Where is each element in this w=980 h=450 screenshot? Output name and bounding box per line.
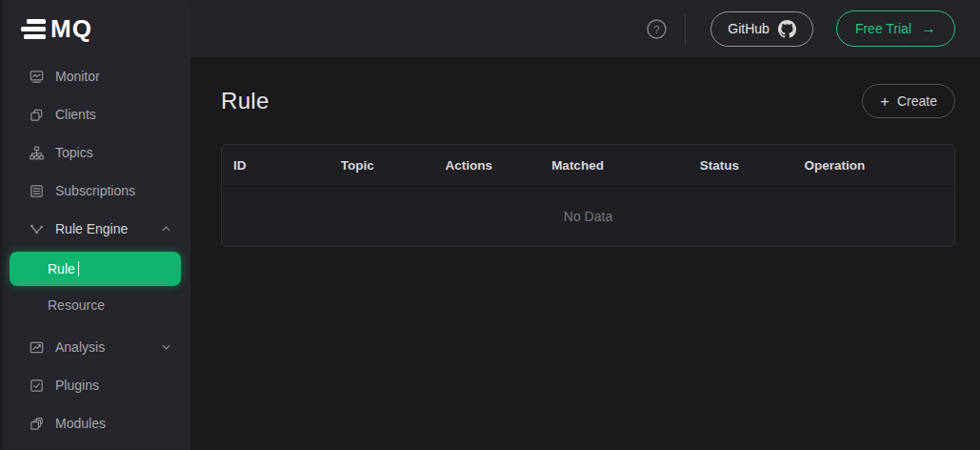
emqx-dashboard: MQ Monitor Clients Topics	[0, 0, 980, 450]
modules-icon	[29, 416, 45, 432]
sidebar-item-rule[interactable]: Rule	[10, 252, 181, 286]
text-cursor	[78, 261, 80, 276]
sidebar-item-label: Clients	[55, 107, 96, 122]
sidebar-item-plugins[interactable]: Plugins	[0, 366, 190, 404]
sidebar-item-resource[interactable]: Resource	[0, 286, 190, 324]
sidebar-item-label: Topics	[55, 145, 93, 160]
page-header: Rule + Create	[190, 57, 980, 118]
sidebar-item-label: Subscriptions	[55, 183, 135, 198]
chevron-up-icon	[161, 224, 171, 235]
sidebar: MQ Monitor Clients Topics	[0, 0, 190, 450]
sidebar-item-label: Rule Engine	[55, 221, 128, 236]
arrow-right-icon: →	[921, 21, 936, 36]
emq-logo-mark	[21, 17, 46, 40]
create-button[interactable]: + Create	[862, 84, 955, 118]
sidebar-item-rule-engine[interactable]: Rule Engine	[0, 210, 190, 248]
topbar: ? GitHub Free Trial →	[190, 0, 980, 57]
help-icon[interactable]: ?	[646, 18, 668, 40]
monitor-icon	[29, 69, 45, 85]
sidebar-item-label: Modules	[55, 416, 106, 431]
sidebar-item-label: Rule	[48, 261, 75, 276]
sidebar-item-subscriptions[interactable]: Subscriptions	[0, 172, 190, 210]
column-header-status: Status	[689, 158, 793, 173]
sidebar-nav: Monitor Clients Topics Subscriptions	[0, 57, 190, 442]
sidebar-item-topics[interactable]: Topics	[0, 133, 190, 172]
sidebar-item-monitor[interactable]: Monitor	[0, 57, 190, 95]
free-trial-button[interactable]: Free Trial →	[836, 10, 955, 47]
page-title: Rule	[221, 88, 270, 114]
github-button[interactable]: GitHub	[710, 11, 813, 47]
sidebar-item-label: Analysis	[55, 339, 105, 355]
github-icon	[778, 20, 796, 38]
emq-logo-text: MQ	[50, 16, 92, 41]
sidebar-item-label: Resource	[48, 297, 105, 313]
main-content: Rule + Create ID Topic Actions Matched S…	[190, 57, 980, 450]
sidebar-item-label: Plugins	[55, 378, 99, 393]
free-trial-label: Free Trial	[855, 21, 911, 36]
sidebar-item-analysis[interactable]: Analysis	[0, 328, 190, 366]
analysis-icon	[29, 339, 45, 356]
subscriptions-icon	[29, 183, 45, 199]
column-header-operation: Operation	[792, 158, 954, 173]
svg-text:?: ?	[654, 23, 660, 34]
column-header-id: ID	[222, 158, 330, 173]
create-button-label: Create	[897, 93, 937, 109]
topbar-divider	[685, 13, 686, 45]
sidebar-item-modules[interactable]: Modules	[0, 404, 190, 442]
rule-engine-icon	[29, 221, 45, 237]
column-header-matched: Matched	[540, 158, 689, 173]
sidebar-item-clients[interactable]: Clients	[0, 95, 190, 133]
plugins-icon	[29, 378, 45, 394]
emq-logo[interactable]: MQ	[0, 0, 190, 57]
github-button-label: GitHub	[728, 21, 770, 36]
column-header-actions: Actions	[433, 158, 540, 173]
empty-state-text: No Data	[564, 209, 612, 224]
clients-icon	[29, 107, 45, 123]
sidebar-item-label: Monitor	[55, 69, 100, 84]
empty-state: No Data	[222, 187, 954, 246]
topics-icon	[29, 145, 45, 161]
chevron-down-icon	[161, 342, 171, 353]
rules-table: ID Topic Actions Matched Status Operatio…	[221, 144, 955, 247]
table-header-row: ID Topic Actions Matched Status Operatio…	[222, 145, 954, 187]
column-header-topic: Topic	[330, 158, 434, 173]
plus-icon: +	[880, 93, 890, 110]
